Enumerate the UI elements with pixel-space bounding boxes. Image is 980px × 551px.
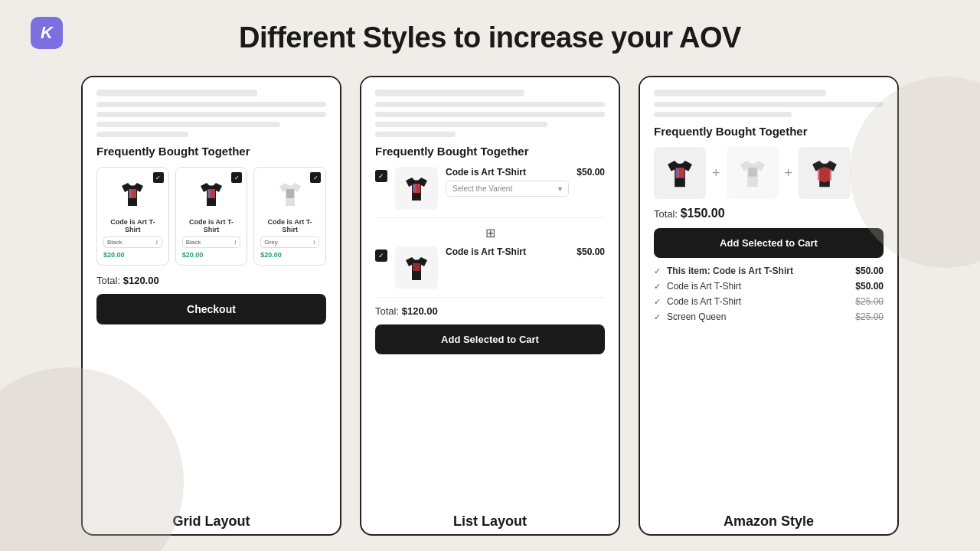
list-check-1: ✓ bbox=[375, 170, 387, 182]
amz-item-price-2: $50.00 bbox=[855, 281, 884, 292]
amz-item-row: ✓ This item: Code is Art T-Shirt $50.00 bbox=[654, 266, 884, 276]
amz-check-icon-3: ✓ bbox=[654, 297, 661, 307]
amz-check-icon-1: ✓ bbox=[654, 266, 661, 276]
list-item-price-2: $50.00 bbox=[577, 246, 605, 257]
amz-plus-1: + bbox=[712, 165, 720, 181]
list-add-cart-button[interactable]: Add Selected to Cart bbox=[375, 324, 605, 354]
amz-item-price-3: $25.00 bbox=[855, 296, 884, 307]
grid-item: ✓ Code is Art T-Shirt Black ↕ $20.00 bbox=[175, 167, 248, 266]
check-icon-3: ✓ bbox=[310, 172, 321, 183]
logo: K bbox=[31, 17, 63, 49]
list-label: List Layout bbox=[361, 503, 619, 534]
cards-row: Frequently Bought Together ✓ Code is Art… bbox=[31, 76, 949, 536]
grid-item: ✓ Code is Art T-Shirt Grey ↕ $20.00 bbox=[253, 167, 326, 266]
amz-product-2 bbox=[727, 147, 779, 199]
list-img-1 bbox=[395, 167, 438, 210]
svg-rect-10 bbox=[748, 168, 756, 176]
svg-rect-6 bbox=[413, 184, 416, 192]
grid-item-price-2: $20.00 bbox=[182, 251, 241, 259]
amz-check-icon-4: ✓ bbox=[654, 312, 661, 322]
amazon-products: + + bbox=[654, 147, 884, 199]
grid-item-color-1: Black bbox=[107, 239, 122, 246]
list-section-title: Frequently Bought Together bbox=[375, 145, 605, 158]
svg-rect-1 bbox=[129, 190, 132, 197]
check-icon-2: ✓ bbox=[231, 172, 242, 183]
amz-plus-2: + bbox=[785, 165, 793, 181]
list-item-name-1: Code is Art T-Shirt bbox=[446, 167, 569, 178]
amz-item-row: ✓ Screen Queen $25.00 bbox=[654, 311, 884, 322]
grid-label: Grid Layout bbox=[83, 503, 340, 534]
svg-rect-9 bbox=[676, 168, 678, 177]
svg-rect-4 bbox=[286, 189, 294, 198]
list-item-row: ✓ Code is Art T-Shirt $50.00 bbox=[375, 246, 605, 298]
amz-product-3 bbox=[799, 147, 851, 199]
amz-item-name-3: Code is Art T-Shirt bbox=[667, 296, 849, 307]
grid-item-name-3: Code is Art T-Shirt bbox=[260, 218, 319, 233]
amz-item-row: ✓ Code is Art T-Shirt $50.00 bbox=[654, 281, 884, 292]
grid-item-color-3: Grey bbox=[264, 239, 277, 246]
amazon-items: ✓ This item: Code is Art T-Shirt $50.00 … bbox=[654, 266, 884, 322]
amazon-total: Total: $150.00 bbox=[654, 207, 884, 220]
list-item-row: ✓ Code is Art T-Shirt Select the Varient… bbox=[375, 167, 605, 218]
grid-item: ✓ Code is Art T-Shirt Black ↕ $20.00 bbox=[96, 167, 169, 266]
grid-items: ✓ Code is Art T-Shirt Black ↕ $20.00 bbox=[96, 167, 326, 266]
amazon-section-title: Frequently Bought Together bbox=[654, 125, 884, 138]
amazon-add-cart-button[interactable]: Add Selected to Cart bbox=[654, 228, 884, 258]
check-icon-1: ✓ bbox=[153, 172, 164, 183]
amz-item-name-2: Code is Art T-Shirt bbox=[667, 281, 849, 292]
list-layout-card: Frequently Bought Together ✓ Code is Art… bbox=[360, 76, 620, 536]
plus-icon: ⊞ bbox=[375, 226, 605, 240]
list-item-price-1: $50.00 bbox=[577, 167, 605, 178]
list-check-2: ✓ bbox=[375, 249, 387, 262]
amazon-style-card: Frequently Bought Together + + bbox=[639, 76, 899, 536]
list-info-1: Code is Art T-Shirt Select the Varient ▾ bbox=[446, 167, 569, 197]
grid-item-price-3: $20.00 bbox=[260, 251, 319, 259]
grid-item-color-2: Black bbox=[186, 239, 201, 246]
checkout-button[interactable]: Checkout bbox=[96, 294, 326, 324]
list-total: Total: $120.00 bbox=[375, 305, 605, 317]
grid-section-title: Frequently Bought Together bbox=[96, 145, 326, 158]
svg-rect-3 bbox=[208, 190, 211, 197]
variant-select[interactable]: Select the Varient ▾ bbox=[446, 181, 569, 197]
amz-item-price-1: $50.00 bbox=[855, 266, 884, 276]
svg-rect-7 bbox=[413, 263, 420, 271]
amz-item-price-4: $25.00 bbox=[855, 311, 884, 322]
grid-total: Total: $120.00 bbox=[96, 275, 326, 286]
chevron-down-icon: ▾ bbox=[558, 184, 562, 193]
grid-item-name-1: Code is Art T-Shirt bbox=[103, 218, 162, 233]
grid-layout-card: Frequently Bought Together ✓ Code is Art… bbox=[81, 76, 341, 536]
grid-item-price-1: $20.00 bbox=[103, 251, 162, 259]
list-info-2: Code is Art T-Shirt bbox=[446, 246, 569, 260]
amz-item-row: ✓ Code is Art T-Shirt $25.00 bbox=[654, 296, 884, 307]
list-img-2 bbox=[395, 246, 438, 289]
page-title: Different Styles to increase your AOV bbox=[239, 21, 741, 54]
amz-check-icon-2: ✓ bbox=[654, 282, 661, 292]
amz-item-name-4: Screen Queen bbox=[667, 311, 849, 322]
grid-item-name-2: Code is Art T-Shirt bbox=[182, 218, 241, 233]
amazon-label: Amazon Style bbox=[640, 503, 897, 534]
amz-product-1 bbox=[654, 147, 706, 199]
list-item-name-2: Code is Art T-Shirt bbox=[446, 246, 569, 257]
amz-item-name-1: This item: Code is Art T-Shirt bbox=[667, 266, 849, 276]
